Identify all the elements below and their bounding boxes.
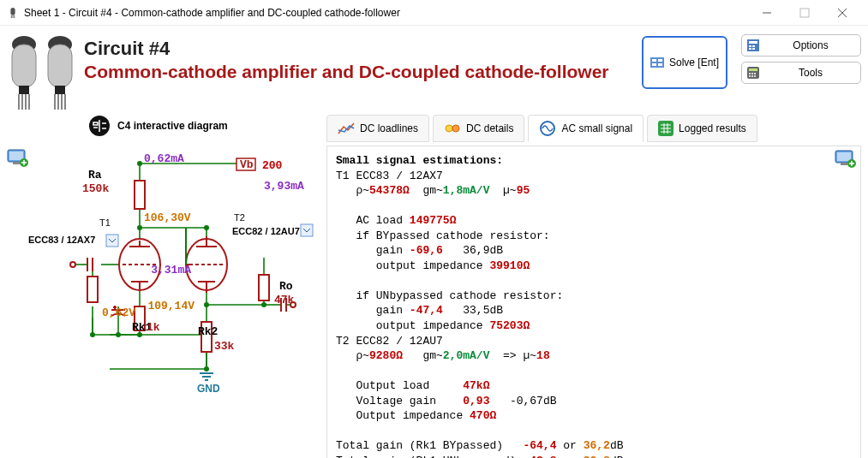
Ro-value: 47k [274,294,295,306]
T2-tube: ECC82 / 12AU7 [232,226,300,236]
tube-images [7,31,77,111]
svg-rect-17 [55,86,65,94]
maximize-button[interactable] [786,1,823,25]
diagram-title: C4 interactive diagram [117,120,228,132]
t1-gm: 1,8mA/V [443,184,490,197]
svg-point-46 [137,161,142,166]
svg-rect-30 [752,45,755,47]
t1-mu: 95 [517,184,530,197]
svg-rect-95 [837,152,851,161]
svg-rect-34 [749,68,757,71]
svg-rect-38 [749,75,751,77]
t2-gm: 2,0mA/V [443,349,490,362]
close-button[interactable] [823,1,861,25]
svg-rect-22 [650,57,664,68]
svg-point-52 [90,332,95,337]
tab-dc-details[interactable]: DC details [433,115,524,142]
svg-rect-66 [87,277,98,302]
tab-ac-small-signal[interactable]: AC small signal [528,115,644,142]
svg-point-50 [261,302,266,307]
logged-icon [658,121,673,136]
svg-rect-26 [658,63,662,66]
GND-label: GND [197,383,220,395]
tools-icon [747,67,759,79]
tab-dc-loadlines[interactable]: DC loadlines [326,115,429,142]
monitor-add-icon[interactable] [7,149,29,168]
svg-rect-40 [754,75,756,77]
options-button[interactable]: Options [741,34,861,57]
tools-button[interactable]: Tools [741,62,861,84]
tot-byp: -64,4 [523,439,556,452]
svg-point-47 [137,225,142,230]
circuit-number: Circuit #4 [84,38,635,60]
Ra-value: 150k [82,182,109,195]
svg-rect-39 [751,75,753,77]
svg-point-85 [446,125,452,132]
tab-logged-results[interactable]: Logged results [647,115,757,142]
svg-rect-10 [19,86,29,94]
tab-label: AC small signal [561,122,632,134]
t1-line: T1 ECC83 / 12AX7 [336,169,852,184]
svg-point-53 [116,332,121,337]
i-total: 3,93mA [264,180,304,193]
svg-rect-31 [749,48,751,50]
tot-unbyp-db: 32,8 [584,455,610,458]
tab-bar: DC loadlines DC details AC small signal … [326,115,861,142]
app-icon [7,7,19,19]
minimize-button[interactable] [748,1,786,25]
output-area: Small signal estimations: T1 ECC83 / 12A… [326,146,861,458]
tube-icon [7,34,41,111]
options-icon [747,39,759,51]
svg-rect-32 [752,48,755,50]
tab-label: DC details [466,122,513,134]
T1-tube: ECC83 / 12AX7 [28,235,95,245]
t1-rho: 54378Ω [369,184,410,197]
outload: 47kΩ [463,379,489,392]
svg-rect-5 [800,9,809,17]
svg-point-49 [204,302,209,307]
svg-point-86 [452,125,459,132]
svg-rect-83 [106,235,118,247]
svg-point-48 [204,225,209,230]
solve-icon [650,57,664,68]
i-T2: 3,31mA [151,264,191,277]
T1-label: T1 [99,217,111,228]
dc-details-icon [444,122,461,135]
svg-point-54 [204,366,209,372]
header: Circuit #4 Common-cathode amplifier and … [0,26,868,115]
solve-label: Solve [Ent] [669,57,719,68]
diagram-icon [88,115,111,137]
tot-byp-db: 36,2 [584,439,610,452]
monitor-add-icon[interactable] [835,150,857,169]
out-header: Small signal estimations: [336,154,503,167]
options-label: Options [766,39,855,51]
tab-label: Logged results [679,122,746,134]
svg-rect-23 [652,59,656,62]
svg-rect-29 [749,45,751,47]
svg-rect-61 [259,275,269,300]
svg-rect-84 [301,224,313,236]
svg-rect-0 [10,7,15,15]
svg-rect-28 [749,41,757,44]
v-cath2: 109,14V [147,300,195,312]
titlebar: Sheet 1 - Circuit #4 - Common-cathode am… [0,0,868,26]
solve-button[interactable]: Solve [Ent] [642,36,727,89]
Ra-label: Ra [88,169,102,181]
circuit-schematic[interactable]: Ra 150k 0,62mA Vb 200 3,93mA 106,30V T1 … [7,142,315,416]
i-Ra: 0,62mA [144,152,184,165]
v-cath1: 0,62V [102,306,135,319]
svg-rect-36 [751,73,753,74]
diagram-panel: C4 interactive diagram [7,115,320,458]
byp-gain: -69,6 [410,244,443,257]
results-panel: DC loadlines DC details AC small signal … [326,115,861,458]
Rk2-value: 33k [214,340,235,353]
Ro-label: Ro [279,280,293,293]
Vb-label: Vb [240,158,254,171]
svg-rect-24 [658,59,662,62]
circuit-name: Common-cathode amplifier and DC-coupled … [84,62,635,82]
svg-rect-96 [841,163,847,165]
unbyp-gain: -47,4 [410,304,443,317]
svg-rect-16 [48,45,72,87]
Rk2-label: Rk2 [198,325,218,338]
svg-rect-25 [652,63,656,66]
